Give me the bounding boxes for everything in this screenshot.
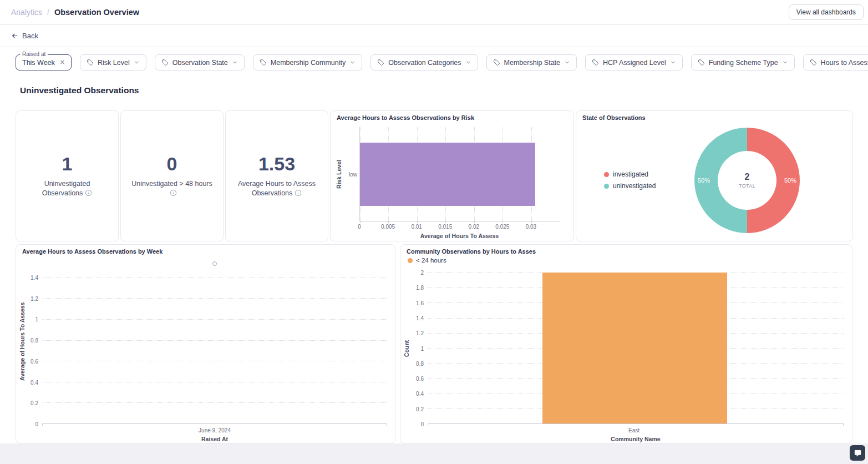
chevron-down-icon bbox=[134, 59, 140, 65]
kpi-label: Average Hours to Assess Observations bbox=[234, 179, 319, 199]
filter-hours-to-assess[interactable]: Hours to Assess bbox=[803, 54, 868, 70]
gridline bbox=[42, 340, 387, 341]
legend-item-lt-24-hours[interactable]: < 24 hours bbox=[408, 257, 446, 264]
legend-dot bbox=[604, 172, 609, 177]
clear-raised-at-filter-button[interactable]: ✕ bbox=[60, 59, 65, 65]
y-category-label: low bbox=[342, 127, 357, 221]
bottom-strip bbox=[0, 443, 868, 464]
x-tick-label: 0.03 bbox=[526, 224, 536, 230]
axis-tick bbox=[388, 221, 389, 223]
breadcrumb-separator: / bbox=[47, 8, 49, 17]
donut-center: 2 TOTAL bbox=[718, 151, 776, 210]
y-axis-ticks: 00.20.40.60.811.21.41.61.82 bbox=[400, 273, 424, 424]
axis-tick bbox=[843, 423, 844, 426]
y-tick-label: 1.8 bbox=[416, 285, 424, 291]
x-axis-title: Raised At bbox=[42, 436, 387, 442]
data-point[interactable] bbox=[212, 261, 217, 266]
chevron-down-icon bbox=[349, 59, 356, 65]
arrow-left-icon bbox=[11, 32, 18, 39]
kpi-value: 1 bbox=[62, 153, 73, 175]
x-tick-label: East bbox=[628, 427, 639, 433]
chart-title: Average Hours to Assess Observations by … bbox=[337, 114, 474, 121]
breadcrumb-analytics-link[interactable]: Analytics bbox=[11, 8, 42, 17]
tag-icon bbox=[377, 59, 384, 66]
kpi-label-text: Uninvestigated Observations bbox=[42, 180, 90, 198]
breadcrumb: Analytics / Observation Overview bbox=[11, 8, 139, 17]
tag-icon bbox=[493, 59, 500, 66]
filter-label: HCP Assigned Level bbox=[603, 59, 666, 67]
plot-area bbox=[359, 127, 560, 221]
chevron-down-icon bbox=[232, 59, 238, 65]
x-axis-title: Community Name bbox=[428, 436, 844, 442]
donut-chart[interactable]: 50% 50% 2 TOTAL bbox=[694, 128, 800, 233]
back-button[interactable]: Back bbox=[11, 32, 38, 40]
chevron-down-icon bbox=[465, 59, 471, 65]
filter-raised-at-label: Raised at bbox=[20, 51, 48, 57]
y-tick-label: 0.4 bbox=[416, 391, 424, 397]
axis-tick bbox=[417, 221, 418, 223]
slice-percent-investigated: 50% bbox=[784, 177, 796, 184]
axis-tick bbox=[502, 221, 503, 223]
gridline bbox=[42, 319, 387, 320]
y-tick-label: 0.6 bbox=[31, 358, 38, 364]
x-tick-label: 0.005 bbox=[381, 224, 395, 230]
y-tick-label: 0.8 bbox=[31, 337, 38, 344]
kpi-label: Uninvestigated > 48 hours bbox=[129, 179, 215, 199]
back-label: Back bbox=[22, 32, 38, 40]
legend-item-investigated[interactable]: investigated bbox=[604, 170, 656, 178]
plot-area bbox=[428, 273, 844, 424]
kpi-label-text: Average Hours to Assess Observations bbox=[238, 180, 316, 198]
x-tick-label: 0.01 bbox=[411, 224, 422, 230]
filter-label: Membership State bbox=[504, 59, 560, 67]
chart-title: State of Observations bbox=[582, 114, 646, 121]
y-tick-label: 1.2 bbox=[416, 330, 424, 336]
filter-risk-level[interactable]: Risk Level bbox=[80, 54, 146, 70]
kpi-card-average-hours-to-assess: 1.53 Average Hours to Assess Observation… bbox=[225, 110, 328, 241]
x-axis-title: Average of Hours To Assess bbox=[359, 233, 560, 239]
legend-label: uninvestigated bbox=[613, 182, 656, 190]
axis-tick bbox=[531, 221, 532, 223]
y-tick-label: 0.4 bbox=[31, 379, 38, 385]
donut-legend: investigated uninvestigated bbox=[604, 170, 656, 190]
tag-icon bbox=[161, 59, 169, 66]
chart-card-hours-by-week: Average Hours to Assess Observations by … bbox=[16, 244, 395, 443]
filter-observation-state[interactable]: Observation State bbox=[155, 54, 245, 70]
chevron-down-icon bbox=[782, 59, 788, 65]
filter-raised-at[interactable]: Raised at This Week ✕ bbox=[16, 54, 72, 70]
axis-tick bbox=[445, 221, 446, 223]
legend-dot bbox=[408, 258, 413, 263]
filter-membership-community[interactable]: Membership Community bbox=[253, 54, 362, 70]
filter-bar: Raised at This Week ✕ Risk LevelObservat… bbox=[0, 47, 868, 78]
bar-low[interactable] bbox=[360, 143, 535, 206]
axis-tick bbox=[42, 423, 43, 426]
info-icon[interactable] bbox=[85, 189, 92, 196]
donut-total-value: 2 bbox=[745, 172, 750, 182]
info-icon[interactable] bbox=[295, 189, 302, 196]
kpi-value: 1.53 bbox=[258, 153, 295, 175]
bar-east[interactable] bbox=[542, 273, 727, 423]
kpi-card-uninvestigated-48-hours: 0 Uninvestigated > 48 hours bbox=[120, 110, 224, 241]
filter-hcp-assigned-level[interactable]: HCP Assigned Level bbox=[585, 54, 683, 70]
y-tick-label: 0 bbox=[35, 421, 38, 427]
y-tick-label: 0.2 bbox=[31, 400, 38, 406]
gridline bbox=[42, 361, 387, 361]
filter-observation-categories[interactable]: Observation Categories bbox=[370, 54, 478, 70]
legend-item-uninvestigated[interactable]: uninvestigated bbox=[604, 182, 656, 190]
app-root: Analytics / Observation Overview View al… bbox=[0, 0, 868, 464]
tag-icon bbox=[592, 59, 599, 66]
y-tick-label: 0.8 bbox=[416, 360, 424, 366]
y-tick-label: 0 bbox=[420, 421, 424, 427]
view-all-dashboards-button[interactable]: View all dashboards bbox=[789, 4, 864, 20]
y-tick-label: 2 bbox=[420, 270, 424, 276]
filter-raised-at-value: This Week bbox=[22, 59, 55, 67]
info-icon[interactable] bbox=[170, 189, 177, 196]
filter-funding-scheme-type[interactable]: Funding Scheme Type bbox=[691, 54, 795, 70]
tag-icon bbox=[810, 59, 817, 66]
chat-icon bbox=[854, 449, 862, 457]
chart-card-state-of-observations: State of Observations investigated uninv… bbox=[576, 110, 853, 241]
chat-launcher-button[interactable] bbox=[850, 445, 865, 461]
page-title: Observation Overview bbox=[54, 8, 139, 17]
filter-membership-state[interactable]: Membership State bbox=[486, 54, 577, 70]
gridline bbox=[42, 278, 387, 278]
axis-tick bbox=[474, 221, 475, 223]
